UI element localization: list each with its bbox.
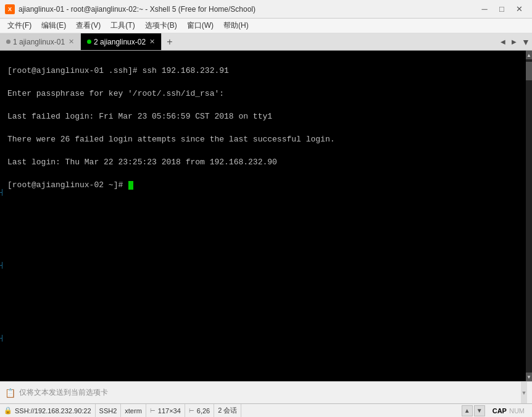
tab-1-close[interactable]: ✕ (69, 38, 74, 46)
title-bar: X ajianglinux-01 - root@ajianglinux-02:~… (0, 0, 532, 19)
dimensions-icon: ⊢ (150, 407, 156, 414)
input-bar-scrollbar[interactable]: ▼ (521, 382, 527, 403)
terminal-line-2: Enter passphrase for key '/root/.ssh/id_… (7, 88, 525, 100)
menu-file[interactable]: 文件(F) (2, 19, 36, 33)
left-indicator-1: ┤ (0, 187, 6, 198)
maximize-button[interactable]: □ (494, 3, 510, 15)
scrollbar-down-button[interactable]: ▼ (526, 373, 532, 381)
tab-add-button[interactable]: + (162, 33, 177, 50)
scrollbar-thumb[interactable] (526, 62, 532, 80)
tab-1-label: 1 ajianglinux-01 (13, 38, 65, 46)
status-encoding: xterm (121, 404, 146, 417)
tab-1-indicator (6, 40, 10, 44)
status-connection: 🔒 SSH://192.168.232.90:22 (4, 404, 96, 417)
tab-navigation: ◀ ▶ ▼ (497, 33, 532, 50)
tab-2-label: 2 ajianglinux-02 (94, 38, 146, 46)
status-dimensions: ⊢ 117×34 (146, 404, 185, 417)
menu-window[interactable]: 窗口(W) (182, 19, 218, 33)
terminal-wrapper: ┤ ┤ ┤ [root@ajianglinux-01 .ssh]# ssh 19… (0, 51, 532, 381)
menu-tabs[interactable]: 选项卡(B) (140, 19, 182, 33)
dimensions-text: 117×34 (158, 407, 181, 415)
tab-prev-button[interactable]: ◀ (497, 33, 509, 50)
input-bar: 📋 仅将文本发送到当前选项卡 ▼ (0, 381, 532, 403)
cap-text: CAP (493, 407, 507, 415)
position-text: 6,26 (197, 407, 210, 415)
terminal-line-5: Last login: Thu Mar 22 23:25:23 2018 fro… (7, 157, 525, 169)
terminal-left-margin: ┤ ┤ ┤ (0, 51, 6, 381)
tab-menu-button[interactable]: ▼ (520, 33, 532, 50)
num-text: NUM (509, 407, 525, 415)
status-protocol: SSH2 (96, 404, 122, 417)
menu-view[interactable]: 查看(V) (71, 19, 106, 33)
position-icon: ⊢ (189, 407, 194, 414)
input-bar-icon: 📋 (5, 388, 15, 398)
nav-down-button[interactable]: ▼ (474, 405, 485, 416)
protocol-text: SSH2 (99, 407, 117, 415)
close-button[interactable]: ✕ (511, 3, 527, 15)
terminal-content[interactable]: [root@ajianglinux-01 .ssh]# ssh 192.168.… (6, 51, 526, 381)
status-position: ⊢ 6,26 (185, 404, 214, 417)
left-indicator-3: ┤ (0, 332, 6, 343)
terminal-scrollbar: ▲ ▼ (526, 51, 532, 381)
lock-icon: 🔒 (4, 406, 12, 415)
nav-arrows: ▲ ▼ (458, 405, 489, 416)
tab-2-close[interactable]: ✕ (149, 38, 155, 46)
connection-text: SSH://192.168.232.90:22 (15, 407, 91, 415)
menu-tools[interactable]: 工具(T) (106, 19, 139, 33)
nav-up-button[interactable]: ▲ (462, 405, 473, 416)
terminal-line-1: [root@ajianglinux-01 .ssh]# ssh 192.168.… (7, 65, 525, 77)
window-title: ajianglinux-01 - root@ajianglinux-02:~ -… (19, 5, 476, 14)
menu-bar: 文件(F) 编辑(E) 查看(V) 工具(T) 选项卡(B) 窗口(W) 帮助(… (0, 19, 532, 33)
terminal-line-4: There were 26 failed login attempts sinc… (7, 134, 525, 146)
sessions-text: 2 会话 (218, 406, 237, 415)
input-scroll-icon: ▼ (522, 390, 527, 396)
tab-bar: 1 ajianglinux-01 ✕ 2 ajianglinux-02 ✕ + … (0, 33, 532, 51)
scrollbar-up-button[interactable]: ▲ (526, 51, 532, 59)
minimize-button[interactable]: ─ (476, 3, 493, 15)
window-controls: ─ □ ✕ (476, 3, 527, 15)
terminal-line-3: Last failed login: Fri Mar 23 05:56:59 C… (7, 111, 525, 123)
tab-1[interactable]: 1 ajianglinux-01 ✕ (0, 33, 81, 50)
status-bar: 🔒 SSH://192.168.232.90:22 SSH2 xterm ⊢ 1… (0, 403, 532, 417)
status-cap: CAP NUM (489, 404, 528, 417)
terminal-cursor (128, 181, 133, 190)
encoding-text: xterm (125, 407, 142, 415)
tab-2-indicator (87, 40, 91, 44)
scrollbar-track[interactable] (526, 59, 532, 373)
input-bar-placeholder[interactable]: 仅将文本发送到当前选项卡 (19, 387, 517, 398)
tab-2[interactable]: 2 ajianglinux-02 ✕ (81, 33, 162, 50)
status-sessions: 2 会话 (214, 404, 241, 417)
app-icon: X (5, 4, 15, 14)
left-indicators: ┤ ┤ ┤ (0, 51, 6, 381)
tab-next-button[interactable]: ▶ (509, 33, 520, 50)
terminal-line-6: [root@ajianglinux-02 ~]# (7, 180, 525, 192)
menu-help[interactable]: 帮助(H) (218, 19, 254, 33)
menu-edit[interactable]: 编辑(E) (36, 19, 71, 33)
left-indicator-2: ┤ (0, 259, 6, 271)
